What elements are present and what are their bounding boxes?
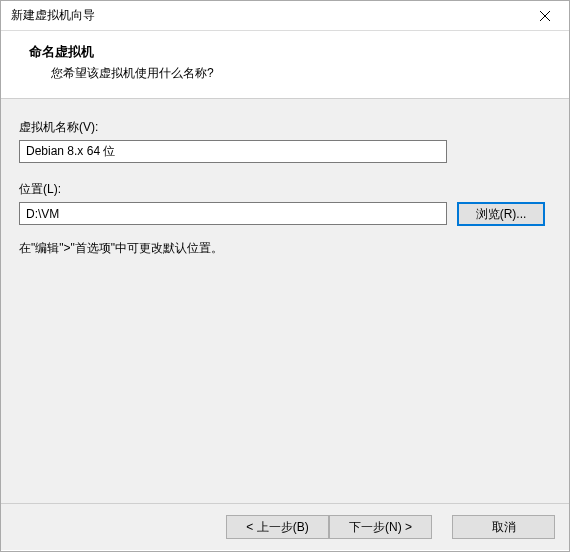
window-title: 新建虚拟机向导 xyxy=(11,7,523,24)
page-title: 命名虚拟机 xyxy=(29,43,549,61)
vm-name-input[interactable] xyxy=(19,140,447,163)
browse-button[interactable]: 浏览(R)... xyxy=(457,202,545,226)
back-button[interactable]: < 上一步(B) xyxy=(226,515,329,539)
hint-text: 在"编辑">"首选项"中可更改默认位置。 xyxy=(19,240,551,257)
page-subtitle: 您希望该虚拟机使用什么名称? xyxy=(51,65,549,82)
close-button[interactable] xyxy=(523,2,567,30)
content-area: 虚拟机名称(V): 位置(L): 浏览(R)... 在"编辑">"首选项"中可更… xyxy=(1,98,569,504)
nav-button-pair: < 上一步(B) 下一步(N) > xyxy=(226,515,432,539)
location-label: 位置(L): xyxy=(19,181,551,198)
wizard-header: 命名虚拟机 您希望该虚拟机使用什么名称? xyxy=(1,31,569,98)
cancel-button[interactable]: 取消 xyxy=(452,515,555,539)
location-input[interactable] xyxy=(19,202,447,225)
footer: < 上一步(B) 下一步(N) > 取消 xyxy=(1,504,569,550)
vm-name-label: 虚拟机名称(V): xyxy=(19,119,551,136)
titlebar: 新建虚拟机向导 xyxy=(1,1,569,31)
close-icon xyxy=(540,11,550,21)
next-button[interactable]: 下一步(N) > xyxy=(329,515,432,539)
location-row: 浏览(R)... xyxy=(19,202,551,226)
